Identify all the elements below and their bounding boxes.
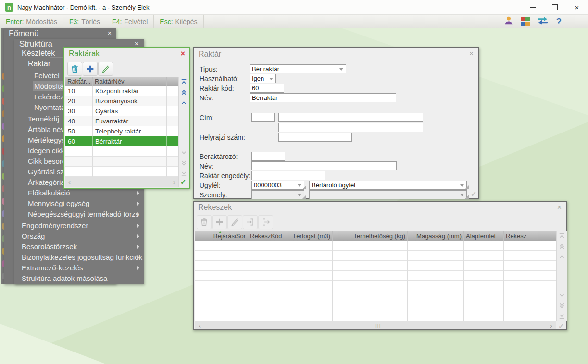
- beraktarozo-input[interactable]: [251, 152, 285, 161]
- move-in-button-disabled[interactable]: [243, 215, 258, 229]
- scroll-right-icon[interactable]: ›: [550, 322, 552, 329]
- scroll-left-icon[interactable]: ‹: [199, 322, 201, 329]
- add-button-disabled[interactable]: [212, 215, 227, 229]
- help-button[interactable]: ?: [556, 16, 562, 27]
- scroll-up-icon[interactable]: [180, 99, 188, 106]
- cell-blank: [248, 311, 288, 321]
- scroll-right-icon[interactable]: ›: [173, 178, 175, 185]
- hasznalhato-select[interactable]: Igen: [250, 74, 276, 83]
- shortcut-f3-torles[interactable]: F3: Törlés: [63, 15, 106, 28]
- close-button[interactable]: ×: [566, 0, 588, 14]
- scroll-last-icon[interactable]: [558, 313, 565, 320]
- combo-lookup-icon[interactable]: [302, 185, 306, 189]
- modules-button[interactable]: [521, 17, 530, 26]
- menu-item[interactable]: Engedményrendszer: [20, 220, 142, 231]
- add-button[interactable]: [83, 62, 98, 76]
- table-row[interactable]: 60Bérraktár: [65, 136, 178, 146]
- menu-item[interactable]: Extramező-kezelés: [20, 263, 142, 273]
- nev2-label: Név:: [200, 162, 213, 170]
- scroll-last-icon[interactable]: [180, 170, 188, 177]
- cim-utca-input[interactable]: [278, 123, 423, 132]
- engedely-input[interactable]: [251, 171, 325, 180]
- scroll-pagedown-icon[interactable]: [180, 159, 188, 167]
- user-button[interactable]: [503, 15, 514, 28]
- minimize-button[interactable]: [522, 0, 544, 14]
- rekeszek-vscrollbar[interactable]: [556, 231, 567, 321]
- cim-irsz-input[interactable]: [251, 113, 275, 122]
- menu-item[interactable]: Ország: [20, 231, 142, 241]
- rekeszek-close-icon[interactable]: ×: [557, 203, 562, 212]
- table-row[interactable]: 30Gyártás: [65, 106, 178, 116]
- sync-button[interactable]: [537, 15, 549, 28]
- ugyfel-kod-combo[interactable]: 00000003: [251, 181, 304, 190]
- helyrajzi-input[interactable]: [278, 133, 352, 142]
- delete-button[interactable]: [67, 62, 82, 76]
- szemely-kod-combo[interactable]: [251, 190, 304, 199]
- menu-item[interactable]: Népegészségügyi termékadó törzs: [26, 209, 142, 219]
- cell-blank: [248, 291, 288, 301]
- raktar-panel-title: Raktár: [199, 50, 221, 59]
- raktarak-hscrollbar[interactable]: ‹ ›: [65, 177, 178, 187]
- nev-input[interactable]: Bérraktár: [250, 93, 396, 102]
- column-header-6[interactable]: Alapterület: [464, 231, 504, 241]
- scroll-pagedown-icon[interactable]: [558, 302, 565, 309]
- column-header-2[interactable]: RekeszKód: [248, 231, 288, 241]
- fomenu-close-icon[interactable]: ×: [108, 29, 112, 37]
- table-row-empty[interactable]: [65, 157, 178, 167]
- szemely-nev-combo[interactable]: [309, 190, 467, 199]
- raktar-kod-input[interactable]: 60: [250, 84, 284, 93]
- scroll-up-icon[interactable]: [558, 253, 565, 260]
- menu-item[interactable]: Előkalkuláció: [26, 188, 142, 198]
- maximize-icon: [552, 4, 558, 10]
- table-row[interactable]: 40Fuvarraktár: [65, 116, 178, 126]
- nev2-input[interactable]: [251, 161, 397, 170]
- ugyfel-nev-combo[interactable]: Bértároló ügyfél: [309, 181, 467, 190]
- menu-item[interactable]: Bizonylatkezelés jogosultság funkciók: [20, 252, 142, 262]
- scroll-down-icon[interactable]: [180, 149, 188, 156]
- cell-blank: [167, 126, 178, 136]
- delete-button-disabled[interactable]: [197, 215, 212, 229]
- column-header-4[interactable]: Terhelhetőség (kg): [333, 231, 408, 241]
- shortcut-esc-kilepes[interactable]: Esc: Kilépés: [154, 15, 203, 28]
- cell-blank: [167, 106, 178, 116]
- edit-button[interactable]: [98, 62, 113, 76]
- scroll-first-icon[interactable]: [558, 232, 565, 239]
- cell-blank: [408, 311, 464, 321]
- menu-item[interactable]: Struktúra adatok másolása: [20, 273, 142, 283]
- edit-button-disabled[interactable]: [227, 215, 242, 229]
- scroll-down-icon[interactable]: [558, 291, 565, 299]
- table-row[interactable]: 50Telephely raktár: [65, 126, 178, 136]
- scroll-left-icon[interactable]: ‹: [68, 178, 71, 185]
- column-header-7[interactable]: Rekesz: [504, 231, 556, 241]
- menu-item[interactable]: Mennyiségi egység: [26, 198, 142, 208]
- table-row-empty[interactable]: [65, 167, 178, 177]
- column-header-raktarnev[interactable]: RaktárNév: [93, 77, 167, 86]
- table-row[interactable]: 20Bizományosok: [65, 96, 178, 106]
- table-row-empty[interactable]: [65, 146, 178, 157]
- cell-blank: [504, 301, 556, 311]
- scroll-pageup-icon[interactable]: [558, 243, 565, 250]
- shortcut-f4-felvetel[interactable]: F4: Felvétel: [106, 15, 154, 28]
- maximize-button[interactable]: [544, 0, 566, 14]
- scrollbar-grip[interactable]: |||: [375, 323, 381, 328]
- rekeszek-hscrollbar[interactable]: ‹ ||| ›: [195, 321, 556, 329]
- confirm-check-icon[interactable]: ✓: [180, 178, 187, 186]
- column-header-3[interactable]: Térfogat (m3): [288, 231, 333, 241]
- move-out-button-disabled[interactable]: [258, 215, 273, 229]
- raktarak-vscrollbar[interactable]: [178, 77, 189, 187]
- combo-lookup-icon[interactable]: [302, 195, 306, 199]
- combo-lookup-icon[interactable]: [465, 195, 469, 199]
- raktar-panel-close-icon[interactable]: ×: [469, 49, 474, 58]
- raktarak-close-icon[interactable]: ×: [181, 49, 185, 58]
- cim-varos-input[interactable]: [278, 113, 423, 122]
- combo-lookup-icon[interactable]: [465, 185, 469, 189]
- scroll-first-icon[interactable]: [180, 78, 188, 85]
- scroll-pageup-icon[interactable]: [180, 88, 188, 96]
- shortcut-enter-modositas[interactable]: Enter: Módosítás: [0, 15, 63, 28]
- cell-raktar-kod: [65, 167, 93, 177]
- menu-item-label: Felvétel: [34, 72, 60, 80]
- menu-item[interactable]: Besorolástörzsek: [20, 242, 142, 252]
- tipus-select[interactable]: Bér raktár: [250, 64, 346, 73]
- table-row[interactable]: 10Központi raktár: [65, 86, 178, 96]
- column-header-5[interactable]: Magasság (mm): [408, 231, 464, 241]
